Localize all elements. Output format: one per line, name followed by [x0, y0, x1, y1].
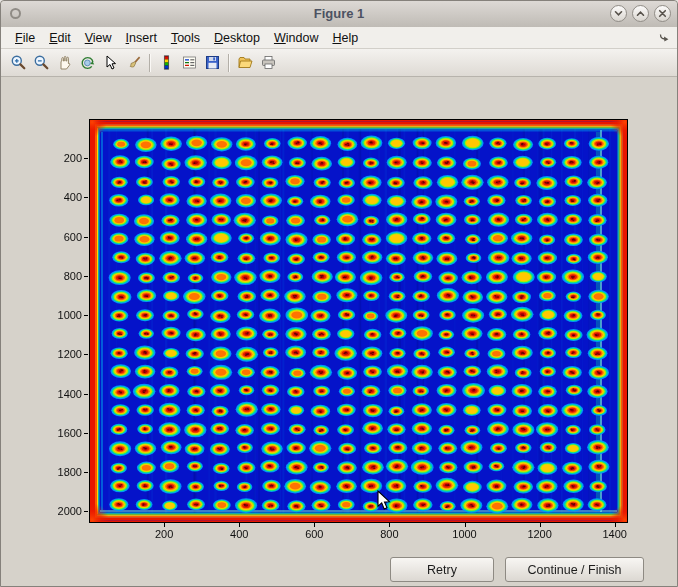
open-folder-icon: [237, 54, 254, 71]
menu-file[interactable]: File: [8, 29, 42, 47]
window-title: Figure 1: [1, 6, 677, 21]
x-tick-label: 200: [144, 528, 184, 541]
zoom-in-icon: [10, 54, 27, 71]
colorbar-button[interactable]: [155, 52, 178, 74]
brush-icon: [125, 54, 142, 71]
x-tick-mark: [615, 523, 616, 527]
y-tick-label: 400: [36, 191, 82, 204]
y-tick-label: 1400: [36, 388, 82, 401]
close-icon: [658, 9, 667, 18]
menu-tools[interactable]: Tools: [164, 29, 207, 47]
data-cursor-button[interactable]: [99, 52, 122, 74]
toolbar-separator: [149, 54, 151, 72]
x-tick-label: 600: [294, 528, 334, 541]
figure-toolbar: [1, 49, 677, 77]
x-tick-label: 800: [369, 528, 409, 541]
figure-window: Figure 1 File Edit View Insert: [0, 0, 678, 587]
toolbar-separator: [228, 54, 230, 72]
maximize-button[interactable]: [632, 5, 649, 22]
chevron-down-icon: [614, 9, 623, 18]
y-tick-label: 2000: [36, 505, 82, 518]
y-tick-mark: [84, 511, 88, 512]
x-tick-label: 1000: [445, 528, 485, 541]
y-tick-mark: [84, 276, 88, 277]
menu-insert[interactable]: Insert: [119, 29, 164, 47]
pan-hand-icon: [56, 54, 73, 71]
y-tick-mark: [84, 394, 88, 395]
zoom-out-button[interactable]: [30, 52, 53, 74]
y-tick-label: 1200: [36, 348, 82, 361]
x-tick-label: 1400: [595, 528, 635, 541]
continue-finish-button[interactable]: Continue / Finish: [505, 557, 644, 582]
y-tick-mark: [84, 315, 88, 316]
title-bar[interactable]: Figure 1: [1, 1, 677, 28]
menu-edit[interactable]: Edit: [42, 29, 78, 47]
y-tick-label: 800: [36, 270, 82, 283]
x-tick-mark: [239, 523, 240, 527]
printer-icon: [260, 54, 277, 71]
rotate-3d-button[interactable]: [76, 52, 99, 74]
zoom-out-icon: [33, 54, 50, 71]
x-tick-mark: [314, 523, 315, 527]
print-button[interactable]: [257, 52, 280, 74]
y-tick-mark: [84, 197, 88, 198]
plate-image[interactable]: [90, 120, 627, 522]
save-icon: [204, 54, 221, 71]
data-cursor-icon: [102, 54, 119, 71]
y-tick-mark: [84, 237, 88, 238]
y-tick-mark: [84, 472, 88, 473]
minimize-button[interactable]: [610, 5, 627, 22]
menu-view[interactable]: View: [78, 29, 119, 47]
y-tick-label: 1600: [36, 427, 82, 440]
figure-area: 2004006008001000120014002004006008001000…: [1, 77, 677, 586]
menu-help[interactable]: Help: [325, 29, 365, 47]
close-button[interactable]: [654, 5, 671, 22]
chevron-up-icon: [636, 9, 645, 18]
x-tick-mark: [164, 523, 165, 527]
rotate-3d-icon: [79, 54, 96, 71]
y-tick-label: 200: [36, 152, 82, 165]
brush-button[interactable]: [122, 52, 145, 74]
x-tick-mark: [540, 523, 541, 527]
menu-window[interactable]: Window: [267, 29, 325, 47]
save-button[interactable]: [201, 52, 224, 74]
pan-button[interactable]: [53, 52, 76, 74]
x-tick-mark: [389, 523, 390, 527]
retry-button[interactable]: Retry: [390, 557, 494, 582]
plot-axes[interactable]: [89, 119, 628, 523]
y-tick-label: 1800: [36, 466, 82, 479]
menubar-toggle-icon[interactable]: [658, 31, 672, 45]
window-controls: [610, 5, 671, 22]
menu-bar: File Edit View Insert Tools Desktop Wind…: [1, 27, 677, 49]
y-tick-mark: [84, 158, 88, 159]
colorbar-icon: [158, 54, 175, 71]
x-tick-mark: [465, 523, 466, 527]
zoom-in-button[interactable]: [7, 52, 30, 74]
y-tick-label: 1000: [36, 309, 82, 322]
insert-legend-button[interactable]: [178, 52, 201, 74]
y-tick-label: 600: [36, 231, 82, 244]
menu-desktop[interactable]: Desktop: [207, 29, 267, 47]
x-tick-label: 1200: [520, 528, 560, 541]
open-file-button[interactable]: [234, 52, 257, 74]
y-tick-mark: [84, 354, 88, 355]
x-tick-label: 400: [219, 528, 259, 541]
legend-icon: [181, 54, 198, 71]
y-tick-mark: [84, 433, 88, 434]
